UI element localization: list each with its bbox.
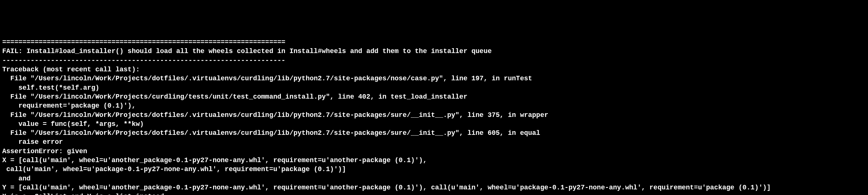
terminal-line: and	[2, 174, 866, 183]
terminal-output: ========================================…	[2, 38, 866, 195]
terminal-line: Y = [call(u'main', wheel=u'another_packa…	[2, 183, 866, 192]
terminal-line: Traceback (most recent call last):	[2, 65, 866, 74]
terminal-line: value = func(self, *args, **kw)	[2, 120, 866, 129]
terminal-line: File "/Users/lincoln/Work/Projects/curdl…	[2, 92, 866, 101]
terminal-line: self.test(*self.arg)	[2, 83, 866, 92]
terminal-line: AssertionError: given	[2, 147, 866, 156]
terminal-line: X = [call(u'main', wheel=u'another_packa…	[2, 156, 866, 165]
terminal-line: File "/Users/lincoln/Work/Projects/dotfi…	[2, 111, 866, 120]
terminal-line: requirement='package (0.1)'),	[2, 101, 866, 110]
terminal-line: ----------------------------------------…	[2, 56, 866, 65]
terminal-line: FAIL: Install#load_installer() should lo…	[2, 47, 866, 56]
terminal-line: File "/Users/lincoln/Work/Projects/dotfi…	[2, 74, 866, 83]
terminal-line: ========================================…	[2, 38, 866, 47]
terminal-line: call(u'main', wheel=u'package-0.1-py27-n…	[2, 165, 866, 174]
terminal-line: X is a _CallList and Y is a list instead	[2, 192, 866, 195]
terminal-line: raise error	[2, 137, 866, 146]
terminal-line: File "/Users/lincoln/Work/Projects/dotfi…	[2, 129, 866, 137]
